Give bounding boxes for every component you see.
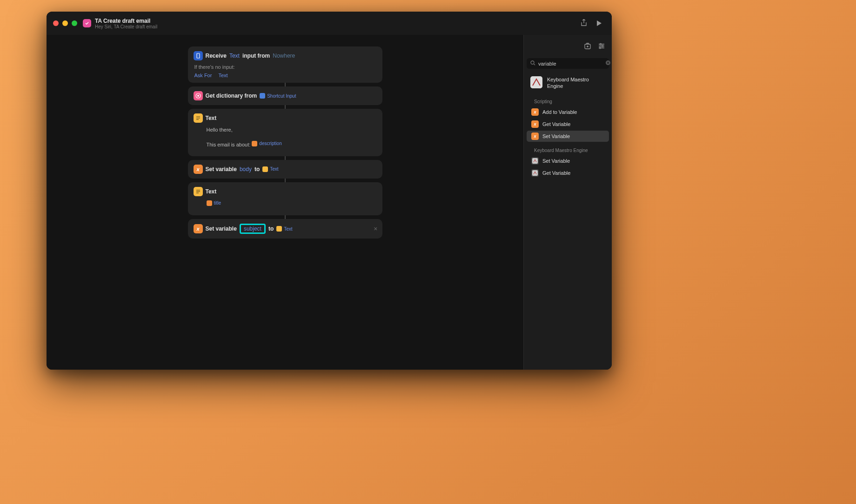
app-result[interactable]: Keyboard Maestro Engine [524, 73, 612, 96]
action-item-label: Set Variable [542, 158, 570, 164]
action-item-label: Get Variable [542, 121, 570, 127]
to-label: to [268, 225, 274, 232]
connector [285, 83, 286, 86]
title-token[interactable]: title [214, 199, 221, 207]
ask-for-type-link[interactable]: Text [218, 73, 227, 78]
action-label: Text [206, 115, 217, 121]
svg-line-17 [534, 64, 535, 66]
sidebar-action-get-variable[interactable]: x Get Variable [527, 119, 609, 130]
text-target-token[interactable]: Text [262, 166, 278, 172]
action-text-1[interactable]: Text Hello there, This email is about: d… [188, 109, 382, 156]
text-target-token[interactable]: Text [276, 226, 292, 232]
sidebar-action-add-to-variable[interactable]: x Add to Variable [527, 106, 609, 118]
action-set-variable-body[interactable]: x Set variable body to Text [188, 160, 382, 179]
svg-rect-19 [530, 76, 542, 88]
window-controls [53, 20, 77, 26]
search-input[interactable] [538, 61, 602, 66]
svg-rect-20 [532, 158, 538, 164]
action-label: Text [206, 188, 217, 195]
text-icon [194, 187, 203, 196]
play-icon [597, 20, 602, 26]
run-button[interactable] [597, 20, 602, 26]
variable-name-token[interactable]: body [240, 166, 252, 172]
ask-for-link[interactable]: Ask For [194, 73, 212, 78]
action-item-label: Set Variable [542, 133, 570, 139]
text-content[interactable]: title [194, 196, 377, 211]
connector [285, 179, 286, 182]
variable-name-token[interactable]: subject [244, 225, 261, 232]
svg-point-11 [600, 43, 602, 45]
editor-canvas[interactable]: Receive Text input from Nowhere If there… [47, 35, 523, 370]
sidebar-action-km-set-variable[interactable]: Set Variable [527, 155, 609, 166]
action-label: Set variable [206, 225, 237, 232]
text-content[interactable]: Hello there, This email is about: descri… [194, 123, 377, 152]
km-icon [531, 169, 539, 177]
shortcuts-window: TA Create draft email Hey Siri, TA Creat… [47, 12, 612, 370]
actions-sidebar: Keyboard Maestro Engine Scripting x Add … [523, 35, 612, 370]
titlebar: TA Create draft email Hey Siri, TA Creat… [47, 12, 612, 35]
connector [285, 215, 286, 219]
description-token[interactable]: description [259, 139, 281, 148]
app-result-name: Keyboard Maestro Engine [547, 76, 605, 90]
minimize-window-button[interactable] [62, 20, 68, 26]
token-mini-icon [262, 166, 268, 172]
svg-point-16 [531, 61, 534, 64]
svg-point-2 [197, 95, 199, 97]
variable-icon: x [531, 120, 539, 128]
variable-icon: x [531, 133, 539, 140]
token-mini-icon [252, 141, 257, 146]
to-label: to [254, 166, 260, 172]
variable-name-highlight[interactable]: subject [240, 224, 266, 234]
action-label: Get dictionary from [206, 93, 257, 99]
variable-icon: x [531, 108, 539, 116]
action-text-2[interactable]: Text title [188, 182, 382, 216]
token-mini-icon [276, 226, 282, 232]
share-icon [580, 19, 588, 27]
action-set-variable-subject[interactable]: x Set variable subject to Text × [188, 219, 382, 239]
window-subtitle: Hey Siri, TA Create draft email [95, 24, 157, 29]
category-header: Keyboard Maestro Engine [524, 145, 612, 155]
input-mini-icon [260, 93, 265, 99]
connector [285, 156, 286, 160]
library-button[interactable] [584, 42, 591, 51]
delete-action-button[interactable]: × [374, 225, 377, 232]
svg-rect-21 [532, 170, 538, 176]
share-button[interactable] [580, 19, 588, 28]
receive-icon [194, 51, 203, 60]
settings-button[interactable] [598, 42, 605, 51]
shortcut-icon [83, 19, 91, 27]
svg-point-13 [602, 45, 603, 46]
library-icon [584, 42, 591, 50]
search-icon [530, 60, 535, 66]
variable-icon: x [194, 165, 203, 174]
window-title: TA Create draft email [95, 18, 157, 24]
text-line: Hello there, [207, 126, 375, 135]
svg-point-15 [600, 47, 601, 48]
maximize-window-button[interactable] [72, 20, 77, 26]
action-receive[interactable]: Receive Text input from Nowhere If there… [188, 46, 382, 83]
sidebar-action-km-get-variable[interactable]: Get Variable [527, 167, 609, 179]
action-label: Set variable [206, 166, 237, 172]
shortcut-input-token[interactable]: Shortcut Input [260, 93, 296, 99]
action-item-label: Add to Variable [542, 109, 577, 115]
category-header: Scripting [524, 96, 612, 106]
clear-search-button[interactable] [605, 60, 611, 67]
text-line-prefix: This email is about: [207, 142, 251, 147]
text-icon [194, 113, 203, 123]
sliders-icon [598, 42, 605, 50]
action-get-dictionary[interactable]: Get dictionary from Shortcut Input [188, 86, 382, 105]
no-input-label: If there's no input: [194, 64, 377, 70]
connector [285, 105, 286, 109]
sidebar-action-set-variable[interactable]: x Set Variable [527, 131, 609, 142]
action-label: Receive [206, 53, 227, 59]
receive-source-token[interactable]: Nowhere [273, 53, 295, 59]
dictionary-icon [194, 91, 203, 100]
input-from-label: input from [242, 53, 270, 59]
search-field[interactable] [527, 58, 609, 69]
close-window-button[interactable] [53, 20, 59, 26]
keyboard-maestro-icon [530, 76, 542, 88]
svg-rect-0 [197, 53, 200, 58]
receive-type-token[interactable]: Text [229, 53, 240, 59]
action-item-label: Get Variable [542, 170, 570, 176]
token-mini-icon [207, 200, 212, 206]
